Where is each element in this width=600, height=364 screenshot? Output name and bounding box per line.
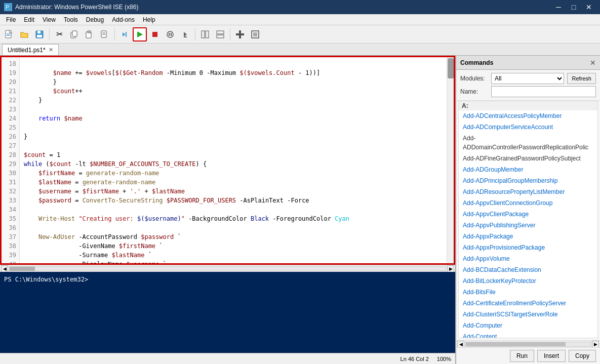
toolbar-separator-2 bbox=[114, 28, 115, 41]
commands-section-header: A: bbox=[459, 101, 597, 110]
list-item[interactable]: Add-ADDomainControllerPasswordReplicatio… bbox=[459, 133, 597, 153]
toolbar-separator-1 bbox=[49, 28, 50, 41]
zoom-level: 100% bbox=[437, 356, 451, 362]
copy-cmd-button[interactable]: Copy bbox=[569, 350, 596, 362]
list-item[interactable]: Add-BitLockerKeyProtector bbox=[459, 275, 597, 287]
modules-label: Modules: bbox=[460, 75, 488, 82]
menu-tools[interactable]: Tools bbox=[60, 14, 82, 25]
run-cmd-button[interactable]: Run bbox=[510, 350, 534, 362]
code-editor[interactable]: 18 19 20 21 22 23 24 25 26 27 28 29 30 3… bbox=[0, 56, 455, 265]
menu-view[interactable]: View bbox=[38, 14, 60, 25]
splitpane-button[interactable] bbox=[213, 27, 227, 42]
suspend-button[interactable] bbox=[163, 27, 177, 42]
run-button[interactable] bbox=[133, 27, 147, 42]
commands-panel-title: Commands bbox=[460, 59, 590, 66]
list-item[interactable]: Add-ADFineGrainedPasswordPolicySubject bbox=[459, 153, 597, 164]
editor-scrollbar[interactable] bbox=[447, 57, 454, 263]
script-button[interactable] bbox=[117, 27, 132, 42]
clear-button[interactable] bbox=[98, 27, 112, 42]
commands-header: Commands ✕ bbox=[456, 56, 600, 70]
list-item[interactable]: Add-ADComputerServiceAccount bbox=[459, 122, 597, 133]
svg-rect-7 bbox=[37, 35, 42, 37]
tab-close-button[interactable]: ✕ bbox=[49, 47, 53, 53]
svg-rect-27 bbox=[253, 32, 257, 36]
list-item[interactable]: Add-ADCentralAccessPolicyMember bbox=[459, 110, 597, 122]
paste-button[interactable] bbox=[83, 27, 97, 42]
commands-panel: Commands ✕ Modules: All Refresh Name: A:… bbox=[456, 56, 600, 364]
line-numbers: 18 19 20 21 22 23 24 25 26 27 28 29 30 3… bbox=[2, 57, 20, 263]
list-item[interactable]: Add-AppxPackage bbox=[459, 231, 597, 242]
tab-untitled1[interactable]: Untitled1.ps1* ✕ bbox=[2, 44, 59, 55]
modules-row: Modules: All Refresh bbox=[460, 73, 596, 84]
list-item[interactable]: Add-AppxVolume bbox=[459, 253, 597, 264]
menu-edit[interactable]: Edit bbox=[20, 14, 38, 25]
commands-list[interactable]: A: Add-ADCentralAccessPolicyMember Add-A… bbox=[458, 101, 598, 338]
svg-point-18 bbox=[167, 31, 173, 37]
list-item[interactable]: Add-ADResourcePropertyListMember bbox=[459, 186, 597, 197]
list-item[interactable]: Add-ADPrincipalGroupMembership bbox=[459, 175, 597, 186]
zoom-in-button[interactable] bbox=[233, 27, 247, 42]
name-row: Name: bbox=[460, 86, 596, 97]
copy-button[interactable] bbox=[67, 27, 82, 42]
list-item[interactable]: Add-AppxProvisionedPackage bbox=[459, 242, 597, 253]
refresh-button[interactable]: Refresh bbox=[567, 73, 596, 84]
svg-rect-22 bbox=[217, 31, 224, 34]
menu-debug[interactable]: Debug bbox=[82, 14, 108, 25]
name-filter-input[interactable] bbox=[491, 86, 596, 97]
svg-rect-25 bbox=[239, 30, 241, 38]
stepinto-button[interactable] bbox=[178, 27, 192, 42]
app-icon: P bbox=[4, 3, 12, 11]
menu-bar: File Edit View Tools Debug Add-ons Help bbox=[0, 14, 600, 25]
stop-button[interactable] bbox=[148, 27, 162, 42]
maximize-button[interactable]: □ bbox=[567, 2, 581, 13]
list-item[interactable]: Add-AppvClientConnectionGroup bbox=[459, 197, 597, 209]
list-item[interactable]: Add-AppvPublishingServer bbox=[459, 220, 597, 231]
horizontal-scrollbar[interactable]: ◀ ▶ bbox=[0, 265, 455, 272]
fullscreen-button[interactable] bbox=[248, 27, 262, 42]
main-area: 18 19 20 21 22 23 24 25 26 27 28 29 30 3… bbox=[0, 56, 600, 364]
svg-rect-6 bbox=[37, 31, 41, 33]
save-button[interactable] bbox=[32, 27, 47, 42]
list-item[interactable]: Add-BCDataCacheExtension bbox=[459, 264, 597, 275]
list-item[interactable]: Add-BitsFile bbox=[459, 287, 597, 298]
window-title: Administrator: Windows PowerShell ISE (x… bbox=[15, 4, 548, 11]
code-content[interactable]: $name += $vowels[$($Get-Random -Minimum … bbox=[20, 57, 447, 263]
list-item[interactable]: Add-Content bbox=[459, 331, 597, 338]
commands-filters: Modules: All Refresh Name: bbox=[456, 70, 600, 101]
svg-rect-21 bbox=[206, 31, 209, 38]
status-bar: Ln 46 Col 2 100% bbox=[0, 353, 455, 364]
insert-cmd-button[interactable]: Insert bbox=[537, 350, 566, 362]
tab-label: Untitled1.ps1* bbox=[8, 47, 46, 54]
toolbar-separator-3 bbox=[195, 28, 195, 41]
console-area[interactable]: PS C:\Windows\system32> bbox=[0, 272, 455, 353]
minimize-button[interactable]: ─ bbox=[551, 2, 566, 13]
new-button[interactable] bbox=[2, 27, 16, 42]
svg-rect-20 bbox=[202, 31, 205, 38]
svg-rect-9 bbox=[72, 31, 77, 36]
svg-rect-11 bbox=[88, 31, 91, 33]
window-controls: ─ □ ✕ bbox=[551, 2, 596, 13]
list-item[interactable]: Add-CertificateEnrollmentPolicyServer bbox=[459, 298, 597, 309]
list-item[interactable]: Add-ADGroupMember bbox=[459, 164, 597, 175]
editor-container: 18 19 20 21 22 23 24 25 26 27 28 29 30 3… bbox=[0, 56, 456, 364]
cut-button[interactable]: ✂ bbox=[52, 27, 66, 42]
menu-help[interactable]: Help bbox=[139, 14, 159, 25]
close-button[interactable]: ✕ bbox=[582, 2, 596, 13]
menu-file[interactable]: File bbox=[2, 14, 20, 25]
tab-bar: Untitled1.ps1* ✕ bbox=[0, 44, 600, 56]
open-button[interactable] bbox=[17, 27, 31, 42]
newpane-button[interactable] bbox=[198, 27, 212, 42]
toolbar: ✂ bbox=[0, 25, 600, 44]
toolbar-separator-4 bbox=[230, 28, 230, 41]
list-item[interactable]: Add-Computer bbox=[459, 320, 597, 331]
svg-text:P: P bbox=[6, 5, 9, 10]
modules-select[interactable]: All bbox=[491, 73, 564, 84]
menu-addons[interactable]: Add-ons bbox=[108, 14, 139, 25]
commands-panel-close[interactable]: ✕ bbox=[590, 59, 596, 67]
commands-footer: Run Insert Copy bbox=[456, 347, 600, 364]
cursor-position: Ln 46 Col 2 bbox=[401, 356, 429, 362]
console-prompt: PS C:\Windows\system32> bbox=[4, 276, 88, 283]
list-item[interactable]: Add-ClusteriSCSITargetServerRole bbox=[459, 309, 597, 320]
svg-rect-23 bbox=[217, 35, 224, 38]
list-item[interactable]: Add-AppvClientPackage bbox=[459, 209, 597, 220]
